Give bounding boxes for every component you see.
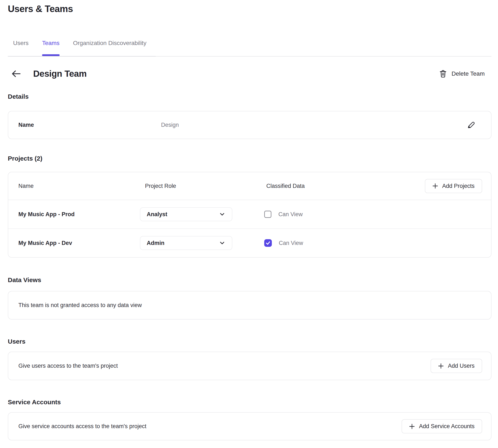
edit-name-button[interactable] [461,121,481,129]
column-header-classified-data: Classified Data [264,183,425,189]
project-role-value: Analyst [147,211,167,218]
users-teams-page: Users & Teams Users Teams Organization D… [0,0,498,440]
projects-heading: Projects (2) [8,155,491,162]
tab-users[interactable]: Users [13,40,29,56]
team-title: Design Team [33,69,87,79]
delete-team-button[interactable]: Delete Team [439,70,485,78]
users-card: Give users access to the team's project … [8,352,491,380]
users-description: Give users access to the team's project [18,363,118,369]
plus-icon [433,183,438,189]
projects-table: Name Project Role Classified Data Add Pr… [8,172,491,257]
add-service-accounts-label: Add Service Accounts [419,423,475,430]
add-projects-label: Add Projects [442,183,475,189]
can-view-checkbox[interactable] [264,239,272,247]
project-role-select[interactable]: Admin [140,236,232,250]
tab-organization-discoverability[interactable]: Organization Discoverability [73,40,146,56]
chevron-down-icon [220,213,224,216]
column-header-project-role: Project Role [140,183,264,189]
tab-teams[interactable]: Teams [42,40,59,56]
pencil-icon [466,121,475,129]
page-title: Users & Teams [8,0,491,14]
project-role-value: Admin [147,240,164,246]
can-view-label: Can View [279,240,303,246]
add-users-label: Add Users [448,363,475,369]
data-views-card: This team is not granted access to any d… [8,291,491,320]
trash-icon [439,70,447,78]
project-role-select[interactable]: Analyst [140,207,232,221]
users-section-heading: Users [8,338,491,345]
add-service-accounts-button[interactable]: Add Service Accounts [402,419,482,433]
table-row-project-dev: My Music App - Dev Admin Can View [8,228,491,257]
plus-icon [409,424,415,429]
name-label: Name [18,122,161,128]
project-name: My Music App - Dev [18,240,140,246]
delete-team-label: Delete Team [451,70,485,77]
can-view-label: Can View [278,211,303,218]
add-users-button[interactable]: Add Users [431,359,482,373]
plus-icon [438,363,444,369]
tab-bar: Users Teams Organization Discoverability [8,40,491,57]
table-row-project-prod: My Music App - Prod Analyst Can View [8,200,491,228]
can-view-checkbox[interactable] [264,211,272,218]
chevron-down-icon [220,242,224,244]
service-accounts-card: Give service accounts access to the team… [8,412,491,440]
projects-table-header: Name Project Role Classified Data Add Pr… [8,172,491,200]
add-projects-button[interactable]: Add Projects [425,179,482,193]
details-card: Name Design [8,111,491,139]
service-accounts-heading: Service Accounts [8,398,491,406]
team-header: Design Team Delete Team [8,69,491,79]
back-button[interactable] [11,70,21,78]
project-name: My Music App - Prod [18,211,140,218]
data-views-heading: Data Views [8,276,491,284]
checkmark-icon [265,241,271,245]
details-heading: Details [8,93,491,100]
name-value: Design [161,122,461,128]
column-header-name: Name [18,183,140,189]
service-accounts-description: Give service accounts access to the team… [18,423,146,430]
data-views-empty-text: This team is not granted access to any d… [18,302,142,308]
arrow-left-icon [11,70,21,78]
tab-strip-divider [8,56,156,57]
